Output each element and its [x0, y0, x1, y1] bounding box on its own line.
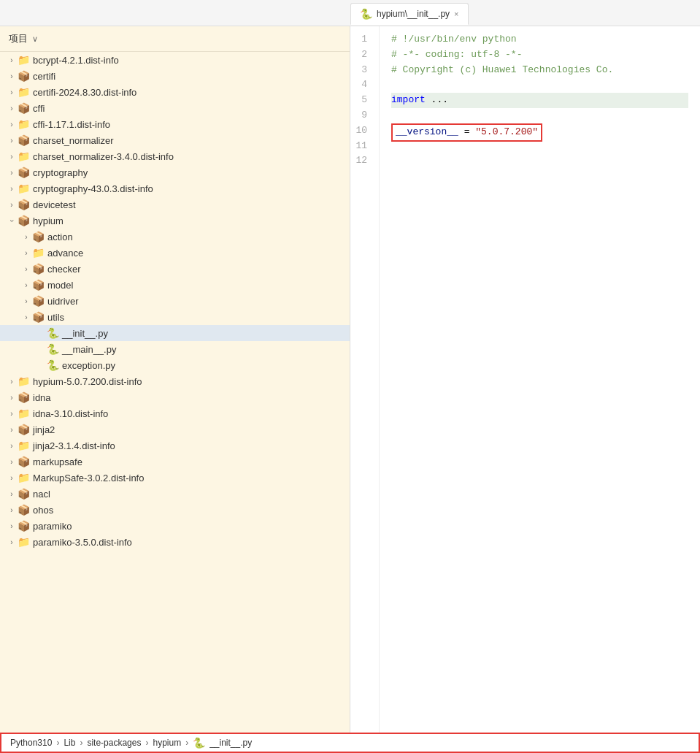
chevron-icon: ›	[20, 265, 32, 273]
code-line-2: # -*- coding: utf-8 -*-	[391, 47, 688, 63]
tree-item-cffi[interactable]: › 📦 cffi	[0, 100, 350, 116]
package-icon: 📦	[18, 488, 30, 500]
tree-item-devicetest[interactable]: › 📦 devicetest	[0, 196, 350, 213]
tree-item-certifi-dist[interactable]: › 📁 certifi-2024.8.30.dist-info	[0, 84, 350, 100]
package-icon: 📦	[32, 279, 45, 291]
sep-2: ›	[80, 738, 82, 748]
line-num-5: 5	[350, 93, 370, 108]
package-icon: 📦	[18, 134, 30, 146]
tab-label: hypium\__init__.py	[377, 9, 450, 19]
code-line-4	[391, 77, 688, 93]
package-icon: 📦	[18, 424, 30, 435]
line-num-10: 10	[350, 123, 370, 139]
tree-item-label: idna	[33, 392, 51, 403]
status-python-icon: 🐍	[193, 737, 205, 749]
tree-item-paramiko[interactable]: › 📦 paramiko	[0, 518, 350, 534]
folder-icon: 📁	[18, 183, 30, 194]
folder-icon: 📁	[18, 408, 30, 419]
tree-item-idna-dist[interactable]: › 📁 idna-3.10.dist-info	[0, 405, 350, 421]
tree-item-jinja2[interactable]: › 📦 jinja2	[0, 421, 350, 437]
code-line-11	[391, 142, 688, 157]
tree-item-advance[interactable]: › 📁 advance	[0, 245, 350, 261]
chevron-icon: ›	[6, 394, 18, 402]
line-num-3: 3	[350, 63, 370, 78]
editor-tab[interactable]: 🐍 hypium\__init__.py ×	[350, 3, 469, 25]
chevron-icon: ›	[6, 458, 18, 466]
version-equals: =	[458, 126, 475, 137]
chevron-icon: ›	[6, 56, 18, 64]
editor-content: 1 2 3 4 5 9 10 11 12 # !/usr/bin/env pyt…	[350, 26, 700, 733]
code-editor[interactable]: 1 2 3 4 5 9 10 11 12 # !/usr/bin/env pyt…	[350, 26, 700, 733]
tree-item-label: checker	[47, 264, 81, 275]
tree-item-charset-dist[interactable]: › 📁 charset_normalizer-3.4.0.dist-info	[0, 148, 350, 164]
tree-item-cryptography[interactable]: › 📦 cryptography	[0, 164, 350, 180]
tree-item-checker[interactable]: › 📦 checker	[0, 261, 350, 277]
version-var: __version__	[396, 126, 458, 137]
version-line: __version__ = "5.0.7.200"	[391, 123, 542, 142]
tab-close-button[interactable]: ×	[454, 9, 458, 18]
chevron-icon: ›	[20, 281, 32, 289]
tree-item-nacl[interactable]: › 📦 nacl	[0, 486, 350, 502]
tree-item-certifi[interactable]: › 📦 certifi	[0, 68, 350, 84]
package-icon: 📦	[18, 215, 30, 226]
breadcrumb-python310: Python310	[10, 738, 52, 748]
tree-item-paramiko-dist[interactable]: › 📁 paramiko-3.5.0.dist-info	[0, 534, 350, 550]
breadcrumb-hypium: hypium	[153, 738, 181, 748]
tree-item-main[interactable]: 🐍 __main__.py	[0, 341, 350, 357]
project-label: 项目	[9, 32, 28, 45]
tree-item-label: charset_normalizer-3.4.0.dist-info	[33, 151, 174, 162]
code-comment-1: # !/usr/bin/env python	[391, 34, 517, 45]
import-keyword: import	[391, 94, 426, 105]
tree-item-label: bcrypt-4.2.1.dist-info	[33, 55, 119, 66]
tree-item-cryptography-dist[interactable]: › 📁 cryptography-43.0.3.dist-info	[0, 180, 350, 196]
chevron-icon: ›	[6, 121, 18, 129]
tree-item-hypium[interactable]: › 📦 hypium	[0, 213, 350, 229]
tree-item-uidriver[interactable]: › 📦 uidriver	[0, 293, 350, 309]
chevron-icon: ›	[6, 506, 18, 514]
sidebar-header[interactable]: 项目 ∨	[0, 26, 350, 52]
tree-item-label: model	[47, 280, 73, 291]
tree-item-init[interactable]: 🐍 __init__.py	[0, 325, 350, 341]
chevron-icon: ›	[6, 169, 18, 177]
sep-1: ›	[56, 738, 59, 748]
tree-item-label: idna-3.10.dist-info	[33, 408, 108, 419]
tree-item-label: uidriver	[47, 296, 79, 307]
tree-item-cffi-dist[interactable]: › 📁 cffi-1.17.1.dist-info	[0, 116, 350, 132]
code-line-1: # !/usr/bin/env python	[391, 32, 688, 47]
tree-item-label: ohos	[33, 505, 53, 516]
tree-item-label: jinja2	[33, 424, 55, 435]
sep-3: ›	[145, 738, 148, 748]
folder-icon: 📁	[18, 54, 30, 66]
tree-item-markupsafe[interactable]: › 📦 markupsafe	[0, 454, 350, 470]
tree-item-action[interactable]: › 📦 action	[0, 229, 350, 245]
tree-item-jinja2-dist[interactable]: › 📁 jinja2-3.1.4.dist-info	[0, 437, 350, 454]
folder-icon: 📁	[18, 150, 30, 162]
version-string: "5.0.7.200"	[475, 126, 538, 137]
tree-item-utils[interactable]: › 📦 utils	[0, 309, 350, 325]
line-num-2: 2	[350, 47, 370, 63]
tree-item-ohos[interactable]: › 📦 ohos	[0, 502, 350, 518]
chevron-icon: ›	[6, 490, 18, 498]
tree-item-charset[interactable]: › 📦 charset_normalizer	[0, 132, 350, 148]
chevron-icon: ›	[6, 201, 18, 209]
breadcrumb-lib: Lib	[64, 738, 75, 748]
tree-item-bcrypt[interactable]: › 📁 bcrypt-4.2.1.dist-info	[0, 52, 350, 68]
tree-item-exception[interactable]: 🐍 exception.py	[0, 357, 350, 373]
tree-item-label: action	[47, 232, 73, 242]
tree-item-markupsafe-dist[interactable]: › 📁 MarkupSafe-3.0.2.dist-info	[0, 470, 350, 486]
tree-item-label: utils	[47, 312, 64, 323]
code-line-5: import ...	[391, 93, 688, 108]
line-num-12: 12	[350, 153, 370, 169]
tree-item-hypium-dist[interactable]: › 📁 hypium-5.0.7.200.dist-info	[0, 373, 350, 389]
code-line-9	[391, 108, 688, 123]
python-file-icon: 🐍	[47, 327, 59, 339]
package-icon: 📦	[18, 520, 30, 532]
tree-item-label: advance	[47, 248, 83, 259]
folder-icon: 📁	[18, 118, 30, 130]
line-num-4: 4	[350, 77, 370, 93]
chevron-icon: ›	[6, 104, 18, 112]
tree-item-model[interactable]: › 📦 model	[0, 277, 350, 293]
folder-icon: 📁	[18, 375, 30, 387]
tab-bar: 🐍 hypium\__init__.py ×	[0, 0, 700, 26]
tree-item-idna[interactable]: › 📦 idna	[0, 389, 350, 405]
